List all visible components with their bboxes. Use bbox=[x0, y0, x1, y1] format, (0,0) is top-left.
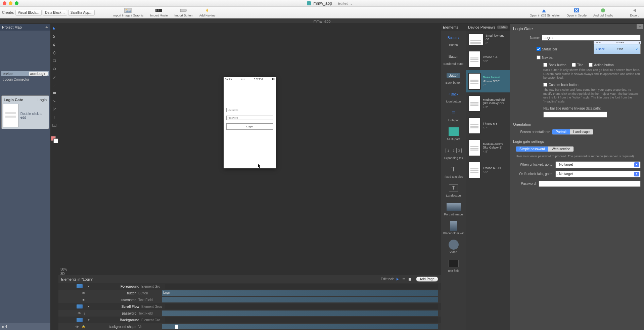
palette-item[interactable]: Button ›Button bbox=[441, 31, 466, 49]
element-row[interactable]: 👁↓passwordText Field bbox=[58, 310, 441, 317]
image-tool-icon[interactable] bbox=[52, 90, 57, 96]
zoom-window-icon[interactable] bbox=[15, 1, 18, 5]
line-tool-icon[interactable] bbox=[52, 82, 57, 88]
visibility-icon[interactable]: 👁 bbox=[78, 312, 81, 315]
action-button-checkbox[interactable] bbox=[589, 63, 593, 67]
import-button-button[interactable]: Import Button bbox=[174, 8, 192, 17]
create-visual-block[interactable]: Visual Block… bbox=[15, 10, 42, 15]
device-preview-item[interactable]: iPhone 6-84.7" bbox=[466, 115, 510, 137]
element-row[interactable]: 👁usernameText Field bbox=[58, 296, 441, 303]
device-preview-item[interactable]: iPhone 1-43.5" bbox=[466, 48, 510, 70]
timeline-track[interactable] bbox=[165, 317, 438, 323]
device-preview-item[interactable]: Small low-end An3" bbox=[466, 31, 510, 48]
add-keyline-button[interactable]: Add Keyline bbox=[199, 8, 215, 17]
pen-tool-icon[interactable] bbox=[52, 50, 57, 55]
simple-password-segment[interactable]: Simple password bbox=[516, 147, 548, 152]
anchor-tool-icon[interactable] bbox=[52, 98, 57, 104]
disclosure-icon[interactable]: ▾ bbox=[88, 285, 90, 288]
title-checkbox[interactable] bbox=[572, 63, 576, 67]
direct-select-tool-icon[interactable] bbox=[52, 34, 57, 39]
visibility-icon[interactable]: 👁 bbox=[76, 325, 79, 329]
hide-previews-button[interactable]: Hide bbox=[497, 26, 508, 29]
minimize-window-icon[interactable] bbox=[9, 1, 12, 5]
color-swatches[interactable] bbox=[51, 136, 58, 143]
project-tab[interactable]: mmw_app bbox=[0, 18, 644, 24]
device-preview-item[interactable]: iPhone 6-8 Pl5.5" bbox=[466, 159, 510, 181]
hand-tool-icon[interactable] bbox=[52, 42, 57, 47]
element-row[interactable]: ▾ForegroundElement Gro bbox=[58, 283, 441, 290]
textblock-tool-icon[interactable]: T bbox=[52, 123, 57, 128]
edit-x-icon[interactable] bbox=[408, 277, 412, 281]
portrait-segment[interactable]: Portrait bbox=[552, 129, 570, 134]
palette-item[interactable]: Multi-part bbox=[441, 125, 466, 143]
open-xcode-button[interactable]: Open in Xcode bbox=[566, 8, 587, 17]
element-row[interactable]: 👁buttonButtonLogin bbox=[58, 290, 441, 296]
login-gate-block[interactable]: Login Gate Login Double-click to edit bbox=[1, 95, 49, 129]
canvas-viewport[interactable]: Carrier●●● 3:57 PM ▮▮ Username Password … bbox=[58, 24, 441, 275]
orientation-segmented[interactable]: Portrait Landscape bbox=[552, 129, 593, 135]
palette-item[interactable]: ButtonBack button bbox=[441, 68, 466, 87]
add-anchor-tool-icon[interactable]: + bbox=[52, 107, 57, 112]
edit-pointer-icon[interactable] bbox=[396, 277, 400, 281]
timeline-track[interactable] bbox=[162, 311, 438, 316]
edit-scissors-icon[interactable] bbox=[402, 277, 406, 281]
palette-item[interactable]: Placeholder wit bbox=[441, 219, 466, 238]
palette-item[interactable]: 123Expanding tex bbox=[441, 143, 466, 162]
password-input[interactable] bbox=[539, 181, 641, 187]
timeline-track[interactable]: Login bbox=[162, 290, 438, 296]
fail-target-dropdown[interactable]: - No target▾ bbox=[555, 171, 641, 177]
3d-toggle[interactable]: 3D bbox=[60, 272, 67, 276]
pointer-tool-icon[interactable] bbox=[52, 26, 57, 31]
import-movie-button[interactable]: Import Movie bbox=[150, 8, 168, 17]
phone-mockup[interactable]: Carrier●●● 3:57 PM ▮▮ Username Password … bbox=[224, 77, 276, 168]
ellipse-tool-icon[interactable] bbox=[52, 66, 57, 72]
password-field-mock[interactable]: Password bbox=[226, 116, 273, 120]
name-input[interactable] bbox=[542, 35, 641, 41]
disclosure-icon[interactable]: ▾ bbox=[88, 318, 90, 322]
status-bar-checkbox[interactable] bbox=[537, 47, 541, 51]
device-preview-item[interactable]: Medium Android (like Galaxy Cor4.3" bbox=[466, 92, 510, 115]
android-studio-button[interactable]: Android Studio bbox=[593, 8, 613, 17]
element-row[interactable]: 👁🔒background shapeVe bbox=[58, 323, 441, 330]
landscape-segment[interactable]: Landscape bbox=[570, 129, 593, 134]
timeline-track[interactable] bbox=[162, 297, 438, 302]
visibility-icon[interactable]: 👁 bbox=[82, 291, 85, 295]
import-image-button[interactable]: Import Image / Graphic bbox=[112, 8, 143, 17]
add-page-button[interactable]: Add Page bbox=[416, 277, 438, 282]
collapse-icon[interactable] bbox=[45, 26, 48, 28]
login-mode-segmented[interactable]: Simple password Web service bbox=[516, 146, 574, 152]
palette-item[interactable]: TFixed text bloc bbox=[441, 162, 466, 181]
palette-item[interactable]: Portrait image bbox=[441, 200, 466, 219]
device-preview-item[interactable]: Base formatiPhone 5/SE4" bbox=[466, 70, 510, 92]
pencil-tool-icon[interactable] bbox=[52, 74, 57, 80]
create-satellite-app[interactable]: Satellite App… bbox=[68, 10, 95, 15]
device-preview-item[interactable]: Medium Androi (like Galaxy S)4.8" bbox=[466, 137, 510, 159]
timeline-track[interactable] bbox=[165, 284, 438, 289]
arrow-down-icon[interactable]: ↓ bbox=[84, 312, 85, 315]
web-service-segment[interactable]: Web service bbox=[548, 147, 573, 152]
unlocked-target-dropdown[interactable]: - No target▾ bbox=[555, 161, 641, 168]
create-data-block[interactable]: Data Block… bbox=[43, 10, 67, 15]
disclosure-icon[interactable]: ▾ bbox=[88, 305, 90, 308]
timeline-track[interactable] bbox=[162, 324, 438, 329]
visibility-icon[interactable]: 👁 bbox=[82, 298, 85, 302]
element-row[interactable]: ▾Scroll FlowElement Grou bbox=[58, 303, 441, 310]
username-field-mock[interactable]: Username bbox=[226, 108, 273, 112]
element-row[interactable]: ▾BackgroundElement Gro bbox=[58, 317, 441, 323]
nav-path-input[interactable] bbox=[543, 112, 607, 118]
custom-back-checkbox[interactable] bbox=[543, 83, 547, 87]
close-window-icon[interactable] bbox=[3, 1, 6, 5]
palette-item[interactable]: Video bbox=[441, 238, 466, 256]
service-block[interactable]: ervice aomLogin bbox=[1, 71, 49, 76]
palette-item[interactable]: ButtonBordered butto bbox=[441, 49, 466, 68]
back-button-checkbox[interactable] bbox=[543, 63, 547, 67]
lock-icon[interactable]: 🔒 bbox=[82, 325, 85, 329]
login-button-mock[interactable]: Login bbox=[226, 123, 273, 130]
palette-item[interactable]: ≡Hotspot bbox=[441, 106, 466, 125]
open-ios-simulator-button[interactable]: Open in iOS Simulator bbox=[530, 8, 560, 17]
nav-bar-checkbox[interactable] bbox=[537, 55, 541, 59]
zoom-percent[interactable]: 30% bbox=[60, 267, 67, 271]
timeline-track[interactable] bbox=[165, 304, 438, 309]
export-button[interactable]: Export bbox=[630, 8, 639, 17]
palette-item[interactable]: ‹ BackIcon button bbox=[441, 87, 466, 106]
